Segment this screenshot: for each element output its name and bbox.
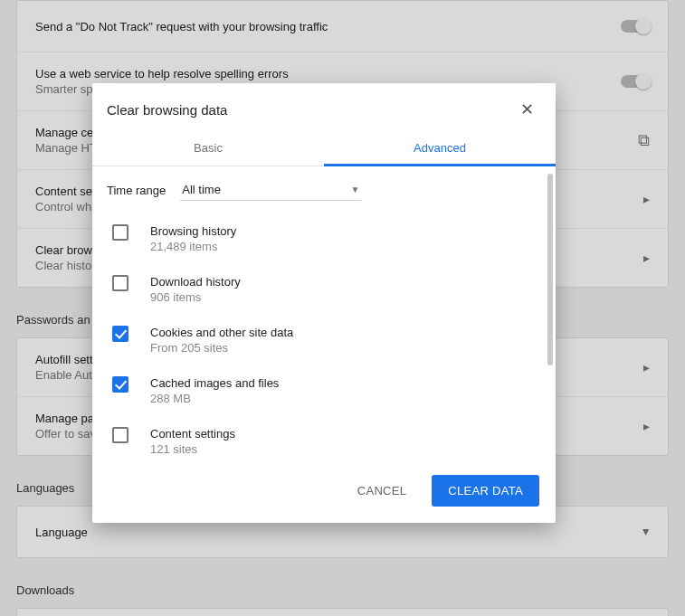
dropdown-icon: ▼	[350, 185, 359, 194]
item-sublabel: 21,489 items	[150, 240, 236, 253]
item-sublabel: 121 sites	[150, 442, 235, 456]
time-range-row: Time range All time ▼	[107, 179, 530, 201]
clear-item: Download history906 items	[112, 264, 530, 315]
checkbox[interactable]	[112, 224, 128, 241]
clear-item: Cookies and other site dataFrom 205 site…	[112, 315, 530, 365]
checkbox[interactable]	[112, 376, 128, 393]
clear-item: Cached images and files288 MB	[112, 365, 530, 416]
clear-item: Content settings121 sites	[112, 416, 530, 460]
dialog-title: Clear browsing data	[107, 102, 227, 118]
tabs: Basic Advanced	[92, 130, 556, 166]
clear-data-button[interactable]: CLEAR DATA	[432, 475, 539, 507]
time-range-label: Time range	[107, 184, 166, 197]
item-label: Cached images and files	[150, 376, 279, 390]
tab-advanced[interactable]: Advanced	[324, 130, 556, 166]
checkbox[interactable]	[112, 326, 128, 342]
item-label: Content settings	[150, 427, 235, 441]
clear-items-list: Browsing history21,489 itemsDownload his…	[107, 213, 530, 460]
checkbox[interactable]	[112, 427, 128, 443]
item-sublabel: From 205 sites	[150, 341, 293, 355]
tab-basic[interactable]: Basic	[92, 130, 324, 166]
close-icon[interactable]: ✕	[517, 100, 538, 119]
cancel-button[interactable]: CANCEL	[341, 475, 423, 507]
item-sublabel: 288 MB	[150, 392, 279, 405]
clear-browsing-dialog: Clear browsing data ✕ Basic Advanced Tim…	[92, 83, 556, 523]
item-label: Cookies and other site data	[150, 326, 293, 339]
item-sublabel: 906 items	[150, 290, 241, 304]
time-range-select[interactable]: All time ▼	[180, 179, 361, 201]
clear-item: Browsing history21,489 items	[112, 213, 530, 264]
checkbox[interactable]	[112, 275, 128, 291]
scrollbar-thumb[interactable]	[547, 174, 553, 365]
time-range-value: All time	[182, 183, 221, 196]
item-label: Browsing history	[150, 224, 236, 238]
item-label: Download history	[150, 275, 241, 289]
scrollbar[interactable]	[545, 166, 556, 460]
